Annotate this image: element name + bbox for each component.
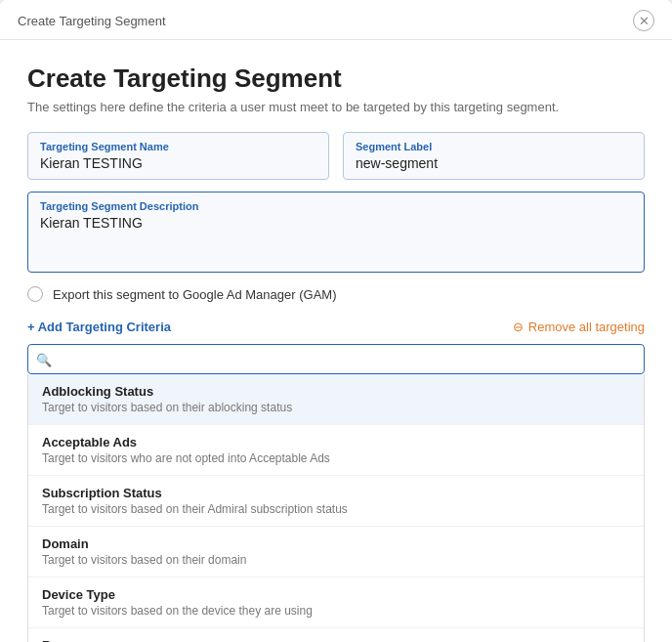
export-radio[interactable] (27, 286, 43, 302)
dropdown-item-title: Device Type (42, 587, 630, 602)
close-button[interactable]: ✕ (633, 10, 654, 31)
dropdown-item-desc: Target to visitors based on their Admira… (42, 502, 630, 516)
dropdown-item-title: Acceptable Ads (42, 435, 630, 449)
dropdown-item-desc: Target to visitors based on their domain (42, 553, 630, 567)
search-container: 🔍 (27, 344, 645, 374)
segment-label-field[interactable]: Segment Label new-segment (343, 132, 645, 180)
dropdown-item-title: Browser (42, 638, 630, 642)
segment-description-field[interactable]: Targeting Segment Description Kieran TES… (27, 192, 645, 273)
export-row: Export this segment to Google Ad Manager… (27, 286, 645, 302)
segment-desc-value: Kieran TESTING (40, 215, 632, 264)
dropdown-item[interactable]: Acceptable Ads Target to visitors who ar… (28, 425, 644, 476)
close-icon: ✕ (639, 14, 650, 28)
modal-body: Create Targeting Segment The settings he… (0, 40, 672, 642)
remove-circle-icon: ⊖ (513, 320, 524, 334)
remove-all-button[interactable]: ⊖ Remove all targeting (513, 320, 645, 334)
dropdown-item-title: Adblocking Status (42, 384, 630, 399)
targeting-actions-row: + Add Targeting Criteria ⊖ Remove all ta… (27, 320, 645, 334)
modal: Create Targeting Segment ✕ Create Target… (0, 0, 672, 642)
segment-name-label: Targeting Segment Name (40, 141, 316, 152)
dropdown-item-desc: Target to visitors who are not opted int… (42, 451, 630, 465)
dropdown-item-title: Domain (42, 536, 630, 551)
export-label: Export this segment to Google Ad Manager… (53, 287, 336, 302)
add-targeting-button[interactable]: + Add Targeting Criteria (27, 320, 171, 334)
dropdown-item[interactable]: Adblocking Status Target to visitors bas… (28, 374, 644, 425)
dropdown-item-desc: Target to visitors based on their ablock… (42, 401, 630, 414)
segment-desc-label: Targeting Segment Description (40, 200, 632, 212)
dropdown-item[interactable]: Device Type Target to visitors based on … (28, 578, 644, 628)
name-label-row: Targeting Segment Name Kieran TESTING Se… (27, 132, 645, 180)
titlebar-title: Create Targeting Segment (18, 14, 166, 28)
dropdown-item[interactable]: Domain Target to visitors based on their… (28, 527, 644, 578)
segment-name-field[interactable]: Targeting Segment Name Kieran TESTING (27, 132, 329, 180)
segment-label-value: new-segment (356, 155, 632, 171)
page-title: Create Targeting Segment (27, 64, 645, 94)
dropdown-item-title: Subscription Status (42, 486, 630, 500)
page-subtitle: The settings here define the criteria a … (27, 100, 645, 114)
search-input[interactable] (27, 344, 645, 374)
dropdown-item-desc: Target to visitors based on the device t… (42, 604, 630, 618)
dropdown-item[interactable]: Subscription Status Target to visitors b… (28, 476, 644, 527)
segment-label-label: Segment Label (356, 141, 632, 152)
criteria-dropdown: Adblocking Status Target to visitors bas… (27, 374, 645, 642)
modal-titlebar: Create Targeting Segment ✕ (0, 0, 672, 40)
dropdown-item[interactable]: Browser Target to visitors based on thei… (28, 628, 644, 642)
segment-name-value: Kieran TESTING (40, 155, 316, 171)
remove-all-label: Remove all targeting (528, 320, 645, 334)
